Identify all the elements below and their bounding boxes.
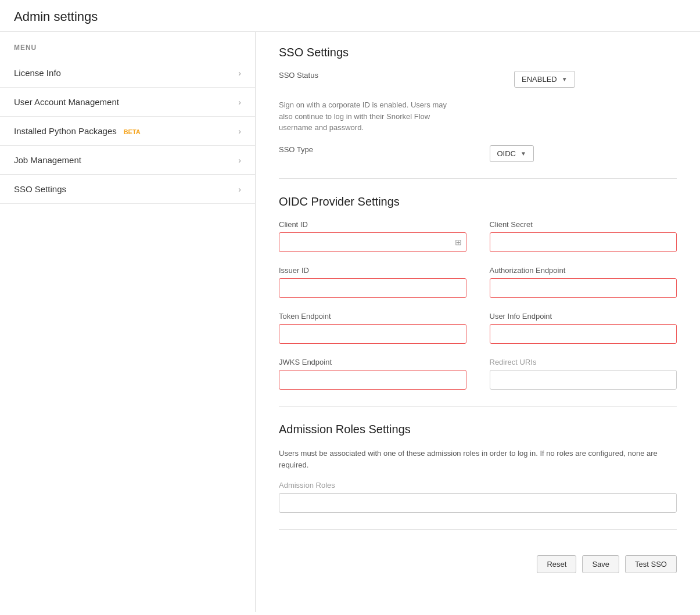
token-endpoint-label: Token Endpoint [279, 312, 466, 321]
sidebar: MENU License Info › User Account Managem… [0, 32, 256, 612]
sidebar-item-label: SSO Settings [14, 184, 66, 194]
client-row: Client ID ⊞ Client Secret [279, 220, 677, 252]
token-endpoint-input[interactable] [279, 324, 466, 344]
sidebar-item-label: Installed Python Packages [14, 126, 117, 136]
jwks-redirect-row: JWKS Endpoint Redirect URIs [279, 358, 677, 390]
page-header: Admin settings [0, 0, 700, 32]
chevron-right-icon: › [238, 185, 241, 194]
admission-roles-desc: Users must be associated with one of the… [279, 448, 677, 472]
sso-type-value: OIDC [497, 149, 516, 158]
jwks-endpoint-group: JWKS Endpoint [279, 358, 466, 390]
save-button[interactable]: Save [582, 555, 619, 573]
reset-button[interactable]: Reset [537, 555, 576, 573]
oidc-title: OIDC Provider Settings [279, 195, 677, 208]
dropdown-arrow-icon: ▼ [562, 76, 568, 82]
userinfo-endpoint-input[interactable] [490, 324, 677, 344]
client-id-group: Client ID ⊞ [279, 220, 466, 252]
sso-status-dropdown[interactable]: ENABLED ▼ [514, 71, 575, 88]
redirect-uris-input[interactable] [490, 370, 677, 390]
sidebar-item-label: User Account Management [14, 97, 119, 107]
chevron-right-icon: › [238, 98, 241, 107]
token-endpoint-group: Token Endpoint [279, 312, 466, 344]
menu-label: MENU [0, 44, 255, 59]
sso-type-label: SSO Type [279, 145, 466, 154]
sso-settings-section: SSO Settings SSO Status ENABLED ▼ Sign o… [279, 46, 677, 162]
dropdown-arrow-icon: ▼ [520, 150, 526, 157]
sidebar-item-python-packages[interactable]: Installed Python Packages BETA › [0, 117, 255, 146]
issuer-id-group: Issuer ID [279, 266, 466, 298]
chevron-right-icon: › [238, 127, 241, 136]
admission-roles-group: Admission Roles [279, 481, 677, 513]
client-secret-group: Client Secret [490, 220, 677, 252]
sso-status-label: SSO Status [279, 71, 491, 80]
sidebar-item-job-management[interactable]: Job Management › [0, 146, 255, 175]
sso-status-info-wrapper: Sign on with a corporate ID is enabled. … [279, 99, 677, 134]
client-id-input[interactable] [279, 232, 466, 252]
divider-1 [279, 178, 677, 179]
client-secret-input[interactable] [490, 232, 677, 252]
page-title: Admin settings [14, 9, 686, 24]
sidebar-item-sso-settings[interactable]: SSO Settings › [0, 175, 255, 204]
client-id-label: Client ID [279, 220, 466, 229]
sidebar-item-label-wrapper: Installed Python Packages BETA [14, 126, 141, 136]
bottom-actions: Reset Save Test SSO [279, 546, 677, 582]
admission-roles-section: Admission Roles Settings Users must be a… [279, 423, 677, 513]
sidebar-item-user-account[interactable]: User Account Management › [0, 88, 255, 117]
userinfo-endpoint-label: User Info Endpoint [490, 312, 677, 321]
auth-endpoint-group: Authorization Endpoint [490, 266, 677, 298]
sso-status-info: Sign on with a corporate ID is enabled. … [279, 99, 453, 134]
sso-type-row: SSO Type OIDC ▼ [279, 145, 677, 162]
oidc-section: OIDC Provider Settings Client ID ⊞ Clien… [279, 195, 677, 390]
issuer-id-label: Issuer ID [279, 266, 466, 275]
sso-status-left: SSO Status [279, 71, 491, 83]
sso-type-value-group: OIDC ▼ [490, 145, 677, 162]
main-content: SSO Settings SSO Status ENABLED ▼ Sign o… [256, 32, 700, 612]
beta-badge: BETA [124, 128, 141, 135]
redirect-uris-group: Redirect URIs [490, 358, 677, 390]
admission-roles-input[interactable] [279, 493, 677, 513]
sso-type-dropdown[interactable]: OIDC ▼ [490, 145, 534, 162]
sidebar-item-label: License Info [14, 68, 61, 78]
sidebar-item-label: Job Management [14, 155, 81, 165]
client-id-input-wrapper: ⊞ [279, 232, 466, 252]
admission-roles-label: Admission Roles [279, 481, 677, 490]
client-secret-label: Client Secret [490, 220, 677, 229]
divider-3 [279, 529, 677, 530]
sso-status-row: SSO Status ENABLED ▼ [279, 71, 677, 88]
sso-status-value: ENABLED [522, 75, 557, 84]
divider-2 [279, 406, 677, 407]
layout: MENU License Info › User Account Managem… [0, 32, 700, 612]
token-userinfo-row: Token Endpoint User Info Endpoint [279, 312, 677, 344]
issuer-auth-row: Issuer ID Authorization Endpoint [279, 266, 677, 298]
chevron-right-icon: › [238, 156, 241, 165]
chevron-right-icon: › [238, 69, 241, 78]
sso-type-group: SSO Type [279, 145, 466, 162]
jwks-endpoint-input[interactable] [279, 370, 466, 390]
userinfo-endpoint-group: User Info Endpoint [490, 312, 677, 344]
jwks-endpoint-label: JWKS Endpoint [279, 358, 466, 366]
auth-endpoint-input[interactable] [490, 278, 677, 298]
sidebar-item-license-info[interactable]: License Info › [0, 59, 255, 88]
redirect-uris-label: Redirect URIs [490, 358, 677, 366]
auth-endpoint-label: Authorization Endpoint [490, 266, 677, 275]
sso-settings-title: SSO Settings [279, 46, 677, 59]
sso-status-right: ENABLED ▼ [514, 71, 677, 88]
admission-roles-title: Admission Roles Settings [279, 423, 677, 436]
test-sso-button[interactable]: Test SSO [625, 555, 677, 573]
key-icon: ⊞ [455, 238, 462, 247]
issuer-id-input[interactable] [279, 278, 466, 298]
